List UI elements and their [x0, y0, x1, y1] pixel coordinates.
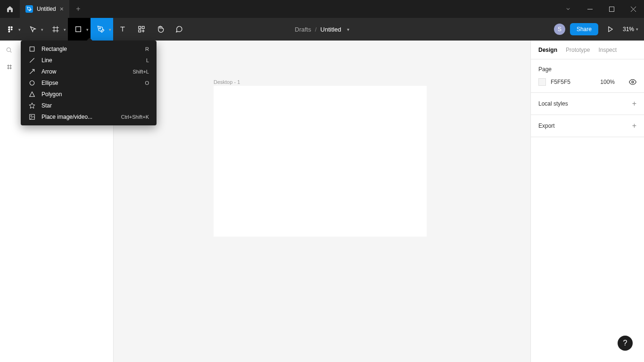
- frame-desktop-1[interactable]: [214, 86, 427, 237]
- svg-rect-25: [30, 47, 34, 51]
- shape-dropdown: Rectangle R Line L Arrow Shift+L Ellipse…: [21, 41, 157, 125]
- page-section-title: Page: [538, 66, 636, 73]
- figma-logo-icon: [6, 25, 15, 33]
- move-tool-button[interactable]: ▾: [23, 18, 45, 41]
- frame-icon: [7, 64, 12, 70]
- window-controls: [579, 0, 644, 18]
- polygon-icon: [28, 90, 36, 98]
- frame-tool-button[interactable]: ▾: [45, 18, 68, 41]
- right-panel-tabs: Design Prototype Inspect: [531, 41, 644, 59]
- play-icon: [607, 26, 614, 33]
- minimize-button[interactable]: [579, 0, 601, 18]
- window-dropdown-button[interactable]: [557, 0, 579, 18]
- export-section[interactable]: Export +: [531, 115, 644, 137]
- breadcrumb-root: Drafts: [295, 26, 311, 33]
- text-tool-button[interactable]: [113, 18, 132, 41]
- svg-marker-29: [30, 92, 35, 97]
- hand-tool-button[interactable]: [151, 18, 170, 41]
- resources-icon: [138, 25, 145, 33]
- chevron-down-icon: ▾: [18, 27, 21, 32]
- svg-line-19: [10, 51, 12, 53]
- breadcrumb-separator: /: [315, 26, 317, 33]
- maximize-button[interactable]: [601, 0, 622, 18]
- canvas[interactable]: Desktop - 1: [114, 41, 530, 362]
- toolbar: ▾ ▾ ▾ ▾ ▾ Drafts /: [0, 18, 644, 41]
- page-color-swatch[interactable]: [538, 78, 546, 86]
- chevron-down-icon: ▾: [347, 27, 349, 32]
- menu-item-arrow[interactable]: Arrow Shift+L: [21, 66, 157, 77]
- page-section: Page F5F5F5 100%: [531, 59, 644, 93]
- line-icon: [28, 57, 36, 64]
- breadcrumb-title: Untitled: [321, 26, 341, 33]
- maximize-icon: [609, 7, 614, 12]
- tab-prototype[interactable]: Prototype: [566, 47, 590, 53]
- present-button[interactable]: [603, 26, 618, 33]
- resources-button[interactable]: [132, 18, 151, 41]
- menu-item-ellipse[interactable]: Ellipse O: [21, 77, 157, 89]
- menu-item-star[interactable]: Star: [21, 100, 157, 111]
- help-button[interactable]: ?: [618, 336, 633, 351]
- svg-rect-13: [142, 26, 144, 29]
- hand-icon: [157, 25, 164, 33]
- arrow-icon: [28, 68, 36, 75]
- export-label: Export: [538, 123, 555, 129]
- breadcrumb[interactable]: Drafts / Untitled ▾: [295, 26, 349, 33]
- plus-icon[interactable]: +: [632, 99, 636, 108]
- svg-line-27: [30, 69, 34, 74]
- chevron-down-icon: ▾: [109, 27, 111, 32]
- shape-tool-button[interactable]: ▾: [68, 18, 91, 41]
- pen-tool-icon: [25, 5, 33, 13]
- share-button[interactable]: Share: [570, 23, 598, 35]
- titlebar: Untitled × +: [0, 0, 644, 18]
- eye-icon[interactable]: [629, 78, 636, 86]
- svg-rect-12: [139, 26, 141, 29]
- chevron-down-icon: ▾: [636, 27, 638, 32]
- frame-label[interactable]: Desktop - 1: [214, 79, 240, 85]
- svg-rect-0: [587, 9, 593, 9]
- local-styles-label: Local styles: [538, 100, 568, 107]
- pen-tool-button[interactable]: ▾: [91, 18, 113, 41]
- zoom-control[interactable]: 31% ▾: [623, 26, 638, 33]
- tab-design[interactable]: Design: [538, 47, 557, 53]
- menu-item-polygon[interactable]: Polygon: [21, 89, 157, 100]
- user-avatar[interactable]: S: [554, 24, 565, 35]
- page-color-opacity[interactable]: 100%: [600, 79, 615, 85]
- svg-rect-1: [609, 7, 614, 11]
- ellipse-icon: [28, 79, 36, 87]
- local-styles-section[interactable]: Local styles +: [531, 93, 644, 115]
- tab-title: Untitled: [37, 6, 56, 12]
- svg-point-32: [31, 115, 32, 116]
- minimize-icon: [587, 7, 593, 12]
- menu-item-rectangle[interactable]: Rectangle R: [21, 43, 157, 55]
- menu-item-line[interactable]: Line L: [21, 55, 157, 66]
- close-tab-button[interactable]: ×: [60, 5, 64, 13]
- home-button[interactable]: [0, 0, 20, 18]
- document-tab[interactable]: Untitled ×: [20, 0, 69, 18]
- svg-point-18: [7, 48, 10, 51]
- chevron-down-icon: ▾: [41, 27, 43, 32]
- close-window-button[interactable]: [622, 0, 644, 18]
- menu-item-place-image[interactable]: Place image/video... Ctrl+Shift+K: [21, 111, 157, 123]
- svg-marker-17: [609, 27, 612, 32]
- comment-tool-button[interactable]: [170, 18, 189, 41]
- svg-line-26: [30, 58, 34, 62]
- plus-icon[interactable]: +: [632, 122, 636, 130]
- svg-marker-30: [29, 103, 35, 108]
- chevron-down-icon: ▾: [86, 27, 89, 32]
- search-icon: [6, 47, 12, 53]
- main-menu-button[interactable]: ▾: [0, 18, 23, 41]
- star-icon: [28, 102, 36, 109]
- tab-inspect[interactable]: Inspect: [598, 47, 617, 53]
- page-color-hex[interactable]: F5F5F5: [551, 79, 570, 85]
- move-icon: [29, 25, 37, 33]
- new-tab-button[interactable]: +: [69, 0, 87, 18]
- rectangle-icon: [28, 45, 36, 53]
- zoom-value: 31%: [623, 26, 634, 33]
- comment-icon: [175, 25, 183, 33]
- svg-rect-14: [139, 30, 141, 32]
- svg-point-28: [30, 81, 34, 85]
- rectangle-icon: [74, 25, 82, 33]
- svg-point-9: [99, 28, 101, 29]
- svg-point-24: [632, 81, 634, 83]
- chevron-down-icon: ▾: [64, 27, 66, 32]
